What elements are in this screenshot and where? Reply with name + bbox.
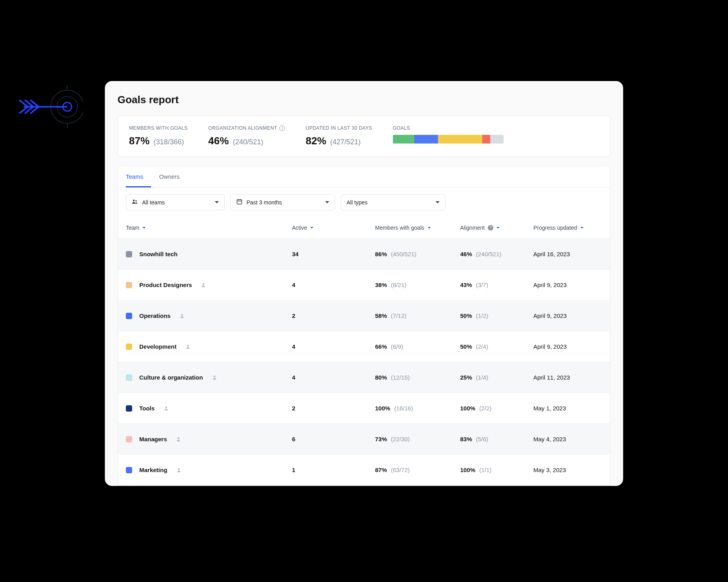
table-row[interactable]: Managers673%(22/30)83%(5/6)May 4, 2023 xyxy=(118,424,610,455)
alignment-pct: 43% xyxy=(460,282,472,288)
progress-updated: April 16, 2023 xyxy=(533,251,602,257)
active-count: 4 xyxy=(292,374,375,381)
bar-segment xyxy=(414,135,438,144)
stat-detail: (427/521) xyxy=(330,138,361,146)
members-pct: 87% xyxy=(375,467,387,473)
filter-label: All teams xyxy=(142,199,165,206)
team-name: Product Designers xyxy=(139,282,192,288)
svg-point-14 xyxy=(203,283,205,285)
table-row[interactable]: Operations258%(7/12)50%(1/2)April 9, 202… xyxy=(118,300,610,331)
sort-icon xyxy=(310,227,313,229)
stat-pct: 87% xyxy=(129,135,150,147)
chevron-down-icon xyxy=(325,201,329,203)
th-team[interactable]: Team xyxy=(126,225,292,231)
team-name: Operations xyxy=(139,312,171,319)
table-row[interactable]: Development466%(6/9)50%(2/4)April 9, 202… xyxy=(118,331,610,362)
members-detail: (16/16) xyxy=(394,405,413,412)
members-cell: 58%(7/12) xyxy=(375,312,460,319)
tab-row: Teams Owners xyxy=(118,166,610,188)
svg-point-9 xyxy=(135,200,137,202)
svg-point-17 xyxy=(214,376,216,378)
help-icon[interactable]: ? xyxy=(488,225,493,231)
th-alignment[interactable]: Alignment ? xyxy=(460,225,533,231)
team-cell: Marketing xyxy=(126,467,292,473)
sort-icon xyxy=(497,227,500,229)
team-name: Tools xyxy=(139,405,155,412)
info-icon[interactable]: i xyxy=(279,125,285,131)
table-row[interactable]: Marketing187%(63/72)100%(1/1)May 3, 2023 xyxy=(118,455,610,486)
user-icon xyxy=(176,467,182,473)
bar-segment xyxy=(393,135,414,144)
alignment-pct: 83% xyxy=(460,436,472,442)
members-cell: 66%(6/9) xyxy=(375,343,460,350)
alignment-pct: 46% xyxy=(460,251,472,257)
members-cell: 38%(8/21) xyxy=(375,282,460,288)
bar-segment xyxy=(490,135,504,144)
th-active[interactable]: Active xyxy=(292,225,375,231)
team-color-swatch xyxy=(126,251,132,257)
svg-point-19 xyxy=(178,437,180,439)
stat-label: MEMBERS WITH GOALS xyxy=(129,125,188,131)
members-pct: 100% xyxy=(375,405,390,412)
alignment-detail: (3/7) xyxy=(476,282,488,288)
table-row[interactable]: Tools2100%(16/16)100%(2/2)May 1, 2023 xyxy=(118,393,610,424)
user-icon xyxy=(179,313,185,319)
table-row[interactable]: Snowhill tech3486%(450/521)46%(240/521)A… xyxy=(118,239,610,270)
people-icon xyxy=(132,198,138,206)
filter-team[interactable]: All teams xyxy=(126,194,225,210)
chevron-down-icon xyxy=(436,201,440,203)
stat-org-alignment: ORGANIZATION ALIGNMENT i 46% (240/521) xyxy=(208,125,285,147)
alignment-detail: (2/2) xyxy=(479,405,491,412)
progress-updated: May 4, 2023 xyxy=(533,436,602,442)
alignment-cell: 100%(1/1) xyxy=(460,467,533,473)
stat-pct: 46% xyxy=(208,135,229,147)
filter-date[interactable]: Past 3 months xyxy=(230,194,335,210)
members-pct: 38% xyxy=(375,282,387,288)
alignment-pct: 50% xyxy=(460,312,472,319)
filters-row: All teams Past 3 months All types xyxy=(118,188,610,217)
team-name: Culture & organization xyxy=(139,374,203,381)
members-pct: 73% xyxy=(375,436,387,442)
alignment-pct: 100% xyxy=(460,405,475,412)
filter-label: All types xyxy=(347,199,368,206)
members-pct: 66% xyxy=(375,343,387,350)
team-cell: Operations xyxy=(126,312,292,319)
th-members[interactable]: Members with goals xyxy=(375,225,460,231)
progress-updated: April 9, 2023 xyxy=(533,343,602,350)
tab-owners[interactable]: Owners xyxy=(159,166,188,187)
user-icon xyxy=(163,406,169,411)
th-progress[interactable]: Progress updated xyxy=(533,225,584,231)
table-row[interactable]: Product Designers438%(8/21)43%(3/7)April… xyxy=(118,270,610,300)
stat-detail: (240/521) xyxy=(233,138,263,146)
alignment-cell: 100%(2/2) xyxy=(460,405,533,412)
filter-type[interactable]: All types xyxy=(341,194,446,210)
team-color-swatch xyxy=(126,467,132,473)
tab-teams[interactable]: Teams xyxy=(126,166,151,187)
progress-updated: May 3, 2023 xyxy=(533,467,602,473)
tabs-box: Teams Owners All teams Past 3 months xyxy=(118,166,610,486)
alignment-cell: 46%(240/521) xyxy=(460,251,533,257)
table-header: Team Active Members with goals Alignment… xyxy=(118,217,610,239)
team-color-swatch xyxy=(126,282,132,288)
table-row[interactable]: Culture & organization480%(12/15)25%(1/4… xyxy=(118,362,610,393)
alignment-cell: 43%(3/7) xyxy=(460,282,533,288)
svg-point-8 xyxy=(133,200,135,201)
members-cell: 73%(22/30) xyxy=(375,436,460,442)
team-name: Marketing xyxy=(139,467,167,473)
chevron-down-icon xyxy=(215,201,219,203)
team-color-swatch xyxy=(126,405,132,412)
active-count: 4 xyxy=(292,282,375,288)
goals-report-panel: Goals report MEMBERS WITH GOALS 87% (318… xyxy=(105,81,623,486)
svg-point-15 xyxy=(181,314,183,316)
alignment-cell: 25%(1/4) xyxy=(460,374,533,381)
stat-label: GOALS xyxy=(393,125,504,131)
team-color-swatch xyxy=(126,344,132,350)
team-cell: Tools xyxy=(126,405,292,412)
members-detail: (12/15) xyxy=(391,374,410,381)
members-pct: 86% xyxy=(375,251,387,257)
progress-updated: May 1, 2023 xyxy=(533,405,602,412)
sort-icon xyxy=(428,227,431,229)
team-color-swatch xyxy=(126,313,132,319)
members-pct: 80% xyxy=(375,374,387,381)
svg-point-16 xyxy=(187,345,189,347)
